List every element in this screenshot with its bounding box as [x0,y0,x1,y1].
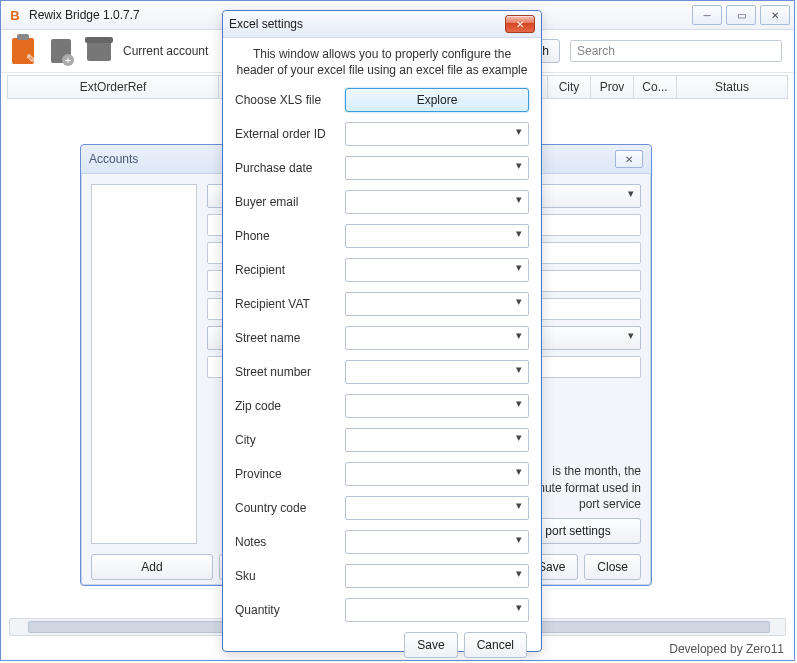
dialog-field-select[interactable] [345,564,529,588]
dialog-field-row: Zip code [235,394,529,418]
dialog-field-label: Zip code [235,399,337,413]
new-file-icon[interactable] [47,37,75,65]
explore-button[interactable]: Explore [345,88,529,112]
app-title: Rewix Bridge 1.0.7.7 [29,8,140,22]
dialog-field-label: Phone [235,229,337,243]
dialog-field-select[interactable] [345,258,529,282]
col-co[interactable]: Co... [634,76,677,98]
dialog-field-row: Province [235,462,529,486]
dialog-field-row: Recipient VAT [235,292,529,316]
dialog-field-row: Recipient [235,258,529,282]
dialog-cancel-button[interactable]: Cancel [464,632,527,658]
dialog-field-select[interactable] [345,224,529,248]
dialog-field-select[interactable] [345,122,529,146]
dialog-titlebar: Excel settings ✕ [223,11,541,38]
accounts-list[interactable] [91,184,197,544]
col-city[interactable]: City [548,76,591,98]
dialog-save-button[interactable]: Save [404,632,457,658]
dialog-field-select[interactable] [345,360,529,384]
dialog-field-select[interactable] [345,394,529,418]
minimize-button[interactable]: ─ [692,5,722,25]
dialog-field-row: Notes [235,530,529,554]
current-account-label: Current account [123,44,208,58]
search-input[interactable]: Search [570,40,782,62]
dialog-close-button[interactable]: ✕ [505,15,535,33]
accounts-title-label: Accounts [89,152,138,166]
maximize-button[interactable]: ▭ [726,5,756,25]
excel-settings-dialog: Excel settings ✕ This window allows you … [222,10,542,652]
dialog-field-select[interactable] [345,156,529,180]
dialog-field-label: Country code [235,501,337,515]
dialog-field-label: Notes [235,535,337,549]
dialog-field-row: Purchase date [235,156,529,180]
dialog-field-select[interactable] [345,462,529,486]
dialog-field-row: External order ID [235,122,529,146]
dialog-field-label: Street number [235,365,337,379]
search-placeholder: Search [577,44,615,58]
app-icon: B [7,7,23,23]
dialog-field-select[interactable] [345,190,529,214]
dialog-field-row: Street number [235,360,529,384]
dialog-field-label: Sku [235,569,337,583]
dialog-field-label: Recipient [235,263,337,277]
dialog-field-row: Sku [235,564,529,588]
archive-icon[interactable] [85,37,113,65]
dialog-field-select[interactable] [345,326,529,350]
dialog-field-row: City [235,428,529,452]
accounts-close-button[interactable]: ✕ [615,150,643,168]
dialog-field-select[interactable] [345,292,529,316]
accounts-close-button-2[interactable]: Close [584,554,641,580]
dialog-field-row: Street name [235,326,529,350]
dialog-field-label: Recipient VAT [235,297,337,311]
col-prov[interactable]: Prov [591,76,634,98]
dialog-title-label: Excel settings [229,17,303,31]
dialog-field-select[interactable] [345,530,529,554]
dialog-field-label: Street name [235,331,337,345]
dialog-field-label: External order ID [235,127,337,141]
clipboard-icon[interactable] [9,37,37,65]
dialog-field-label: Buyer email [235,195,337,209]
dialog-description: This window allows you to properly confi… [235,46,529,78]
dialog-field-label: Quantity [235,603,337,617]
dialog-field-select[interactable] [345,496,529,520]
dialog-field-row: Quantity [235,598,529,622]
dialog-field-label: Province [235,467,337,481]
dialog-field-row: Country code [235,496,529,520]
col-extorderref[interactable]: ExtOrderRef [8,76,219,98]
dialog-field-row: Buyer email [235,190,529,214]
footer-label: Developed by Zero11 [669,642,784,656]
dialog-field-select[interactable] [345,598,529,622]
close-button[interactable]: ✕ [760,5,790,25]
col-status[interactable]: Status [677,76,787,98]
choose-xls-label: Choose XLS file [235,93,337,107]
dialog-field-select[interactable] [345,428,529,452]
dialog-field-label: City [235,433,337,447]
accounts-add-button[interactable]: Add [91,554,213,580]
dialog-field-row: Phone [235,224,529,248]
dialog-field-label: Purchase date [235,161,337,175]
